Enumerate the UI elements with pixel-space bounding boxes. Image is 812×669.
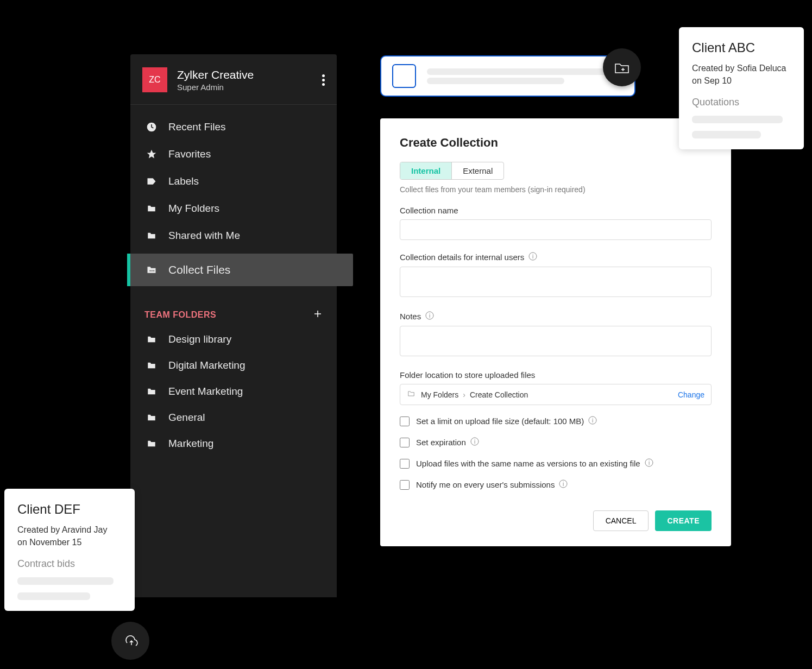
folder-dots-icon <box>144 361 159 370</box>
card-created-on: on November 15 <box>17 536 122 548</box>
nav-recent-files[interactable]: Recent Files <box>130 113 337 141</box>
nav-favorites[interactable]: Favorites <box>130 141 337 168</box>
folder-dots-icon <box>144 413 159 422</box>
folder-icon <box>407 390 416 399</box>
star-icon <box>144 148 159 160</box>
tab-row: Internal External <box>400 162 504 180</box>
svg-text:i: i <box>474 439 475 445</box>
svg-text:i: i <box>592 418 593 424</box>
card-title: Client DEF <box>17 502 122 517</box>
nav-label: Collect Files <box>168 263 230 276</box>
nav-collect-files[interactable]: Collect Files <box>127 254 353 286</box>
team-folder-event-marketing[interactable]: Event Marketing <box>130 378 337 405</box>
svg-text:i: i <box>532 254 533 260</box>
input-collection-details[interactable] <box>400 267 712 297</box>
info-icon[interactable]: i <box>528 252 537 262</box>
folder-dots-icon <box>144 335 159 344</box>
tag-icon <box>144 175 159 187</box>
chevron-right-icon: › <box>463 390 465 399</box>
sidebar-header: ZC Zylker Creative Super Admin <box>130 54 337 105</box>
team-folder-marketing[interactable]: Marketing <box>130 431 337 457</box>
upload-button[interactable] <box>111 622 149 660</box>
checkbox[interactable] <box>400 480 410 490</box>
card-title: Client ABC <box>692 40 791 55</box>
card-created-on: on Sep 10 <box>692 74 791 87</box>
folder-dots-icon <box>144 387 159 396</box>
card-section: Contract bids <box>17 558 122 570</box>
nav-list: Recent Files Favorites Labels My Folders… <box>130 105 337 295</box>
team-folder-label: Marketing <box>168 438 213 450</box>
svg-text:i: i <box>563 481 564 487</box>
team-folder-label: General <box>168 412 205 424</box>
svg-point-3 <box>153 270 154 272</box>
team-folder-general[interactable]: General <box>130 405 337 431</box>
checkbox[interactable] <box>400 416 410 426</box>
add-team-folder-icon[interactable] <box>313 309 323 321</box>
breadcrumb-leaf: Create Collection <box>470 390 528 399</box>
folder-icon <box>144 230 159 242</box>
svg-text:i: i <box>429 313 430 319</box>
sidebar: ZC Zylker Creative Super Admin Recent Fi… <box>130 54 337 597</box>
clock-icon <box>144 121 159 133</box>
panel-title: Create Collection <box>400 136 712 150</box>
input-collection-name[interactable] <box>400 219 712 240</box>
team-folders-header: TEAM FOLDERS <box>130 295 337 326</box>
label-collection-details: Collection details for internal users i <box>400 252 712 262</box>
nav-my-folders[interactable]: My Folders <box>130 195 337 222</box>
card-created-by: Created by Aravind Jay <box>17 523 122 536</box>
nav-shared-with-me[interactable]: Shared with Me <box>130 222 337 249</box>
checkbox[interactable] <box>400 459 410 469</box>
tab-note: Collect files from your team members (si… <box>400 185 712 194</box>
info-icon[interactable]: i <box>470 437 479 447</box>
svg-point-2 <box>152 270 153 272</box>
card-section: Quotations <box>692 97 791 108</box>
brand-role: Super Admin <box>177 83 254 92</box>
panel-actions: CANCEL CREATE <box>400 510 712 531</box>
team-folder-label: Digital Marketing <box>168 359 246 371</box>
nav-label: My Folders <box>168 203 219 214</box>
brand-logo: ZC <box>142 67 167 92</box>
team-folder-label: Design library <box>168 333 231 345</box>
nav-label: Shared with Me <box>168 230 240 242</box>
brand-text: Zylker Creative Super Admin <box>177 68 254 92</box>
tab-external[interactable]: External <box>452 162 503 179</box>
add-folder-button[interactable] <box>603 48 641 86</box>
info-icon[interactable]: i <box>645 458 653 469</box>
folder-location-box: My Folders › Create Collection Change <box>400 384 712 405</box>
info-icon[interactable]: i <box>559 479 568 490</box>
placeholder-lines <box>427 66 624 87</box>
check-set-expiration[interactable]: Set expiration i <box>400 437 712 447</box>
check-limit-upload-size[interactable]: Set a limit on upload file size (default… <box>400 416 712 426</box>
label-notes: Notes i <box>400 311 712 321</box>
folder-dots-icon <box>144 264 159 276</box>
card-created-by: Created by Sofia Deluca <box>692 62 791 74</box>
svg-point-1 <box>149 270 150 272</box>
nav-label: Labels <box>168 175 199 187</box>
info-icon[interactable]: i <box>425 311 434 321</box>
create-button[interactable]: CREATE <box>655 510 712 531</box>
selection-checkbox[interactable] <box>392 64 416 88</box>
more-options-icon[interactable] <box>322 73 325 87</box>
tab-internal[interactable]: Internal <box>400 162 452 179</box>
team-folder-digital-marketing[interactable]: Digital Marketing <box>130 352 337 378</box>
selection-card[interactable] <box>380 55 635 97</box>
nav-label: Favorites <box>168 148 211 160</box>
card-client-abc[interactable]: Client ABC Created by Sofia Deluca on Se… <box>679 27 804 149</box>
info-icon[interactable]: i <box>588 416 597 426</box>
nav-label: Recent Files <box>168 121 226 133</box>
label-folder-location: Folder location to store uploaded files <box>400 370 712 380</box>
brand-name: Zylker Creative <box>177 68 254 81</box>
folder-icon <box>144 203 159 214</box>
card-client-def[interactable]: Client DEF Created by Aravind Jay on Nov… <box>4 489 135 611</box>
check-same-name-versions[interactable]: Upload files with the same name as versi… <box>400 458 712 469</box>
checkbox[interactable] <box>400 438 410 447</box>
change-folder-link[interactable]: Change <box>678 390 704 399</box>
nav-labels[interactable]: Labels <box>130 168 337 195</box>
check-notify-submissions[interactable]: Notify me on every user's submissions i <box>400 479 712 490</box>
team-folders-title: TEAM FOLDERS <box>144 310 216 320</box>
input-notes[interactable] <box>400 326 712 356</box>
create-collection-panel: Create Collection Internal External Coll… <box>380 118 731 546</box>
team-folder-design-library[interactable]: Design library <box>130 326 337 352</box>
svg-text:i: i <box>649 460 650 466</box>
cancel-button[interactable]: CANCEL <box>593 510 649 531</box>
